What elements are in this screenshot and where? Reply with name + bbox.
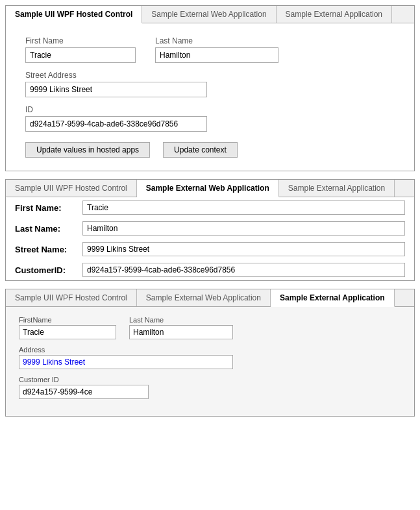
id-row: ID (25, 105, 395, 132)
p3-firstname-input[interactable] (19, 325, 116, 339)
p3-customerid-label: Customer ID (19, 376, 149, 383)
p3-lastname-label: Last Name (129, 316, 233, 324)
p3-cid-row: Customer ID (19, 376, 401, 399)
first-name-label: First Name (25, 36, 136, 45)
first-name-input[interactable] (25, 47, 136, 63)
p2-lastname-cell (77, 218, 414, 239)
last-name-label: Last Name (155, 36, 278, 45)
name-row: First Name Last Name (25, 36, 395, 63)
p3-name-row: FirstName Last Name (19, 316, 401, 339)
panel-2-content: First Name: Last Name: Street Name: Cust… (6, 197, 414, 280)
update-values-button[interactable]: Update values in hosted apps (25, 142, 150, 158)
panel-2-tab-bar: Sample UII WPF Hosted Control Sample Ext… (6, 180, 414, 197)
last-name-group: Last Name (155, 36, 278, 63)
table-row: First Name: (6, 197, 414, 218)
p3-address-label: Address (19, 346, 233, 354)
panel-1: Sample UII WPF Hosted Control Sample Ext… (5, 5, 415, 171)
p3-firstname-group: FirstName (19, 316, 116, 339)
panel-3-tab-web[interactable]: Sample External Web Application (137, 289, 271, 306)
p2-street-cell (77, 239, 414, 260)
street-group: Street Address (25, 71, 207, 97)
panel-1-tab-wpf[interactable]: Sample UII WPF Hosted Control (6, 6, 142, 23)
panel-3-content: FirstName Last Name Address Customer ID (6, 307, 414, 416)
p2-street-label: Street Name: (6, 239, 77, 260)
panel-1-tab-external[interactable]: Sample External Application (277, 6, 392, 23)
p2-firstname-input[interactable] (82, 200, 405, 215)
p2-customerid-label: CustomerID: (6, 260, 77, 280)
p2-customerid-cell (77, 260, 414, 280)
p3-firstname-label: FirstName (19, 316, 116, 324)
p2-lastname-input[interactable] (82, 221, 405, 236)
table-row: CustomerID: (6, 260, 414, 280)
last-name-input[interactable] (155, 47, 278, 63)
p3-addr-row: Address (19, 346, 401, 369)
panel-3-tab-bar: Sample UII WPF Hosted Control Sample Ext… (6, 289, 414, 307)
p2-street-input[interactable] (82, 242, 405, 256)
street-row: Street Address (25, 71, 395, 97)
update-context-button[interactable]: Update context (163, 142, 238, 158)
panel-1-tab-bar: Sample UII WPF Hosted Control Sample Ext… (6, 6, 414, 23)
p3-customerid-group: Customer ID (19, 376, 149, 399)
p2-firstname-cell (77, 197, 414, 218)
table-row: Street Name: (6, 239, 414, 260)
button-row: Update values in hosted apps Update cont… (25, 142, 395, 158)
panel-2-tab-external[interactable]: Sample External Application (279, 180, 395, 197)
p2-firstname-label: First Name: (6, 197, 77, 218)
p3-address-input[interactable] (19, 355, 233, 369)
p2-customerid-input[interactable] (82, 263, 405, 277)
panel-2-tab-wpf[interactable]: Sample UII WPF Hosted Control (6, 180, 137, 197)
p3-customerid-input[interactable] (19, 385, 149, 399)
panel-3: Sample UII WPF Hosted Control Sample Ext… (5, 289, 415, 417)
id-input[interactable] (25, 116, 207, 132)
p3-lastname-group: Last Name (129, 316, 233, 339)
street-input[interactable] (25, 82, 207, 97)
p3-address-group: Address (19, 346, 233, 369)
panel-2-tab-web[interactable]: Sample External Web Application (137, 180, 279, 197)
panel-1-tab-web[interactable]: Sample External Web Application (142, 6, 276, 23)
p3-lastname-input[interactable] (129, 325, 233, 339)
p2-lastname-label: Last Name: (6, 218, 77, 239)
id-group: ID (25, 105, 207, 132)
table-row: Last Name: (6, 218, 414, 239)
panel-3-tab-external[interactable]: Sample External Application (271, 289, 395, 307)
panel-3-tab-wpf[interactable]: Sample UII WPF Hosted Control (6, 289, 137, 306)
panel-2-table: First Name: Last Name: Street Name: Cust… (6, 197, 414, 280)
panel-2: Sample UII WPF Hosted Control Sample Ext… (5, 179, 415, 281)
panel-1-content: First Name Last Name Street Address ID U… (6, 23, 414, 171)
first-name-group: First Name (25, 36, 136, 63)
id-label: ID (25, 105, 207, 114)
street-label: Street Address (25, 71, 207, 80)
